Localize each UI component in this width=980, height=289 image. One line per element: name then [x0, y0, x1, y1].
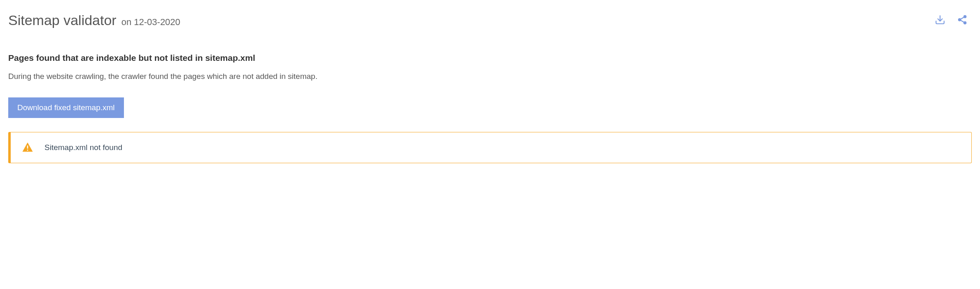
- svg-rect-7: [27, 150, 28, 151]
- section-description: During the website crawling, the crawler…: [8, 72, 972, 81]
- download-icon[interactable]: [935, 14, 945, 27]
- alert-box: Sitemap.xml not found: [8, 132, 972, 163]
- header-actions: [935, 14, 972, 27]
- warning-icon: [21, 141, 34, 154]
- page-title: Sitemap validator: [8, 12, 117, 28]
- svg-line-5: [961, 20, 964, 22]
- share-icon[interactable]: [957, 14, 968, 27]
- svg-rect-6: [27, 146, 28, 149]
- page-header: Sitemap validator on 12-03-2020: [8, 12, 972, 28]
- title-group: Sitemap validator on 12-03-2020: [8, 12, 180, 28]
- svg-line-4: [961, 17, 964, 19]
- download-fixed-sitemap-button[interactable]: Download fixed sitemap.xml: [8, 97, 124, 118]
- section-heading: Pages found that are indexable but not l…: [8, 53, 972, 63]
- alert-message: Sitemap.xml not found: [44, 143, 122, 152]
- page-date: on 12-03-2020: [121, 17, 180, 28]
